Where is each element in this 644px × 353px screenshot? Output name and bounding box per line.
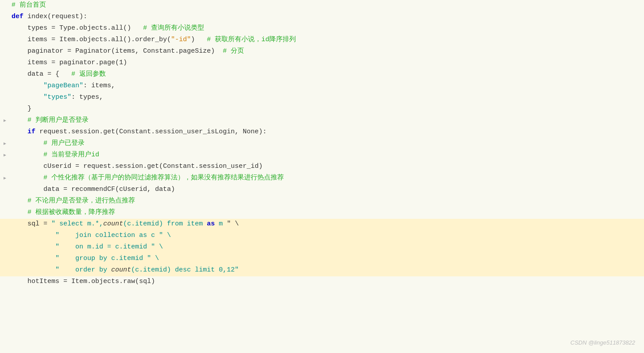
table-row: "pageBean": items, — [0, 81, 644, 92]
token-var: request.session.get(Constant.session_use… — [35, 128, 267, 136]
table-row: } — [0, 104, 644, 115]
table-row: # 前台首页 — [0, 0, 644, 12]
line-content: items = Item.objects.all().order_by("-id… — [10, 35, 644, 45]
line-content: # 个性化推荐（基于用户的协同过滤推荐算法），如果没有推荐结果进行热点推荐 — [10, 173, 644, 183]
table-row: cUserid = request.session.get(Constant.s… — [0, 161, 644, 173]
token-var: sql = — [12, 220, 51, 228]
code-editor: # 前台首页def index(request): types = Type.o… — [0, 0, 644, 353]
token-comment: # 不论用户是否登录，进行热点推荐 — [12, 197, 135, 205]
token-kw: def — [12, 13, 23, 20]
token-var: : items, — [83, 82, 115, 89]
token-var — [12, 82, 43, 89]
gutter-mark: ▶ — [4, 175, 8, 182]
token-comment: # 获取所有小说，id降序排列 — [207, 36, 296, 43]
table-row: ▶ # 个性化推荐（基于用户的协同过滤推荐算法），如果没有推荐结果进行热点推荐 — [0, 173, 644, 184]
table-row: data = { # 返回参数 — [0, 69, 644, 81]
token-var — [12, 266, 55, 274]
table-row: sql = " select m.*,count(c.itemid) from … — [0, 219, 644, 230]
token-string: "types" — [43, 93, 71, 101]
table-row: types = Type.objects.all() # 查询所有小说类型 — [0, 23, 644, 35]
table-row: hotItems = Item.objects.raw(sql) — [0, 276, 644, 288]
token-var: hotItems = Item.objects.raw(sql) — [12, 278, 155, 285]
token-comment: # 前台首页 — [12, 1, 46, 9]
token-var: items = Item.objects.all().order_by( — [12, 36, 171, 43]
token-comment: # 当前登录用户id — [12, 151, 99, 159]
token-string: " join collection as c " \ — [55, 232, 171, 239]
token-string: m — [215, 220, 227, 228]
line-content: items = paginator.page(1) — [10, 58, 644, 68]
table-row: ▶ # 当前登录用户id — [0, 150, 644, 161]
token-var — [12, 255, 55, 262]
line-content: "pageBean": items, — [10, 81, 644, 91]
token-var: types = Type.objects.all() — [12, 24, 143, 32]
table-row: if request.session.get(Constant.session_… — [0, 127, 644, 138]
line-content: " join collection as c " \ — [10, 230, 644, 241]
token-var — [12, 93, 43, 101]
line-content: # 前台首页 — [10, 0, 644, 11]
line-content: data = recommendCF(cUserid, data) — [10, 184, 644, 195]
code-content: # 前台首页def index(request): types = Type.o… — [0, 0, 644, 288]
table-row: data = recommendCF(cUserid, data) — [0, 184, 644, 196]
line-content: "types": types, — [10, 92, 644, 103]
line-content: " order by count(c.itemid) desc limit 0,… — [10, 265, 644, 275]
token-comment: # 个性化推荐（基于用户的协同过滤推荐算法），如果没有推荐结果进行热点推荐 — [12, 174, 284, 182]
line-content: # 用户已登录 — [10, 138, 644, 149]
table-row: # 根据被收藏数量，降序推荐 — [0, 207, 644, 219]
table-row: " join collection as c " \ — [0, 230, 644, 242]
line-content: } — [10, 104, 644, 114]
table-row: def index(request): — [0, 12, 644, 23]
token-sql-fn: count — [103, 220, 123, 228]
gutter-mark: ▶ — [4, 117, 8, 124]
line-content: sql = " select m.*,count(c.itemid) from … — [10, 219, 644, 229]
line-content: def index(request): — [10, 12, 644, 22]
token-string-orange: "-id" — [171, 36, 191, 43]
token-comment: # 判断用户是否登录 — [12, 116, 89, 124]
token-comment: # 根据被收藏数量，降序推荐 — [12, 209, 115, 216]
token-var: index(request): — [23, 13, 87, 20]
token-sql-fn: count — [111, 266, 131, 274]
table-row: paginator = Paginator(items, Constant.pa… — [0, 46, 644, 58]
token-var: data = recommendCF(cUserid, data) — [12, 186, 175, 193]
token-var: data = { — [12, 70, 71, 78]
line-content: # 当前登录用户id — [10, 150, 644, 160]
gutter-mark: ▶ — [4, 140, 8, 147]
line-content: # 不论用户是否登录，进行热点推荐 — [10, 196, 644, 206]
token-var: } — [12, 105, 31, 112]
line-content: # 判断用户是否登录 — [10, 115, 644, 126]
token-var — [12, 243, 55, 251]
gutter-mark: ▶ — [4, 152, 8, 159]
table-row: # 不论用户是否登录，进行热点推荐 — [0, 196, 644, 207]
line-content: hotItems = Item.objects.raw(sql) — [10, 276, 644, 287]
line-content: cUserid = request.session.get(Constant.s… — [10, 161, 644, 172]
token-string: "pageBean" — [43, 82, 83, 89]
watermark: CSDN @linge511873822 — [570, 338, 635, 348]
line-content: paginator = Paginator(items, Constant.pa… — [10, 46, 644, 57]
token-var — [12, 128, 27, 136]
token-string: " select m.*, — [51, 220, 103, 228]
token-string: " order by — [55, 266, 111, 274]
token-string: (c.itemid) from item — [123, 220, 207, 228]
line-content: # 根据被收藏数量，降序推荐 — [10, 207, 644, 218]
token-var: items = paginator.page(1) — [12, 59, 127, 66]
token-kw: if — [27, 128, 35, 136]
table-row: items = Item.objects.all().order_by("-id… — [0, 35, 644, 46]
table-row: ▶ # 用户已登录 — [0, 138, 644, 150]
table-row: "types": types, — [0, 92, 644, 104]
token-string: " on m.id = c.itemid " \ — [55, 243, 163, 251]
token-comment: # 返回参数 — [71, 70, 106, 78]
token-comment: # 用户已登录 — [12, 140, 85, 147]
table-row: " on m.id = c.itemid " \ — [0, 242, 644, 253]
table-row: " group by c.itemid " \ — [0, 253, 644, 265]
table-row: ▶ # 判断用户是否登录 — [0, 115, 644, 127]
token-var: ) — [191, 36, 207, 43]
line-content: data = { # 返回参数 — [10, 69, 644, 80]
token-string: " group by c.itemid " \ — [55, 255, 159, 262]
line-content: " group by c.itemid " \ — [10, 253, 644, 264]
token-var: cUserid = request.session.get(Constant.s… — [12, 163, 263, 170]
token-kw2: as — [207, 220, 215, 228]
token-var — [12, 232, 55, 239]
table-row: items = paginator.page(1) — [0, 58, 644, 69]
token-comment: # 查询所有小说类型 — [143, 24, 204, 32]
token-var: : types, — [71, 93, 103, 101]
line-content: types = Type.objects.all() # 查询所有小说类型 — [10, 23, 644, 34]
